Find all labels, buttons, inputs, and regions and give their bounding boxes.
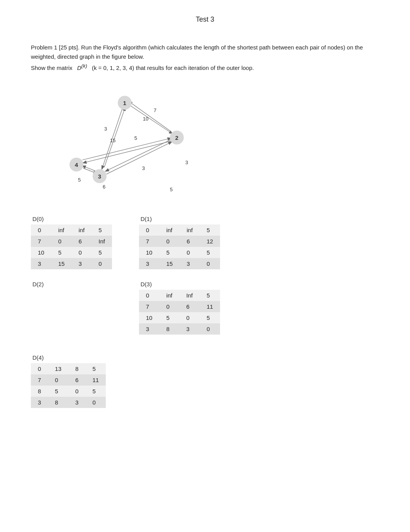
matrix-d0-table: 0infinf5706Inf1050531530 (31, 224, 112, 269)
matrix-cell: 6 (180, 236, 200, 247)
svg-line-0 (127, 104, 172, 134)
matrix-d4-table: 013857061185053830 (31, 363, 106, 408)
matrix-cell: 0 (180, 247, 200, 258)
matrix-cell: 0 (68, 386, 85, 397)
matrix-cell: inf (180, 224, 200, 236)
matrix-cell: 0 (200, 258, 220, 269)
page-title: Test 3 (0, 0, 410, 31)
edge-label-3-1: 15 (110, 138, 115, 143)
problem-statement: Problem 1 [25 pts]. Run the Floyd's algo… (31, 43, 379, 61)
matrix-cell: inf (159, 290, 180, 301)
svg-line-1 (129, 102, 171, 132)
matrix-d4-label: D(4) (32, 354, 116, 361)
matrix-cell: 5 (51, 247, 72, 258)
matrix-cell: 3 (139, 323, 159, 335)
node-2: 2 (170, 131, 184, 144)
matrix-cell: 0 (139, 290, 159, 301)
matrix-cell: 5 (91, 247, 112, 258)
matrix-cell: inf (51, 224, 72, 236)
matrix-d1-table: 0infinf5706121050531530 (139, 224, 220, 269)
node-1: 1 (118, 96, 132, 110)
matrix-cell: 5 (85, 386, 106, 397)
matrix-cell: 0 (31, 224, 51, 236)
matrix-cell: 5 (200, 247, 220, 258)
matrix-cell: 6 (180, 301, 200, 312)
matrix-cell: 5 (200, 290, 220, 301)
matrix-cell: 0 (48, 374, 68, 386)
matrix-d0: D(0) 0infinf5706Inf1050531530 (31, 216, 116, 269)
matrix-cell: 0 (159, 301, 180, 312)
matrix-cell: 10 (139, 247, 159, 258)
formula-D: D(k) (77, 62, 87, 73)
matrix-cell: Inf (91, 236, 112, 247)
matrix-cell: 6 (68, 374, 85, 386)
matrix-cell: 0 (139, 224, 159, 236)
matrix-cell: 10 (31, 247, 51, 258)
matrix-d3-label: D(3) (141, 281, 224, 287)
svg-line-5 (107, 142, 172, 174)
matrix-cell: 0 (31, 363, 48, 374)
matrix-cell: 7 (139, 301, 159, 312)
matrix-cell: 3 (180, 323, 200, 335)
matrix-cell: 5 (91, 224, 112, 236)
edge-label-2-3: 5 (134, 135, 137, 141)
edge-label-1-3: 3 (104, 126, 107, 132)
matrix-d0-label: D(0) (32, 216, 116, 222)
matrix-cell: 0 (71, 247, 91, 258)
matrix-cell: 11 (200, 301, 220, 312)
matrix-cell: 8 (48, 397, 68, 408)
matrices-section: D(0) 0infinf5706Inf1050531530 D(1) 0infi… (31, 216, 379, 408)
matrix-cell: 5 (85, 363, 106, 374)
edge-label-4-3: 6 (103, 184, 105, 190)
matrix-d3: D(3) 0infInf570611105053830 (139, 281, 224, 343)
matrix-cell: 8 (68, 363, 85, 374)
matrix-cell: 5 (48, 386, 68, 397)
matrix-cell: 13 (48, 363, 68, 374)
matrix-row-d4: D(4) 013857061185053830 (31, 354, 379, 408)
matrix-cell: 3 (68, 397, 85, 408)
matrix-cell: 10 (139, 312, 159, 323)
matrix-cell: 0 (51, 236, 72, 247)
matrix-cell: 3 (139, 258, 159, 269)
matrix-d3-table: 0infInf570611105053830 (139, 290, 220, 335)
matrix-d1: D(1) 0infinf5706121050531530 (139, 216, 224, 269)
matrix-cell: 5 (159, 247, 180, 258)
edge-label-3-4: 5 (78, 177, 81, 183)
svg-line-9 (83, 140, 174, 163)
matrix-cell: 12 (200, 236, 220, 247)
matrix-cell: 5 (159, 312, 180, 323)
svg-line-4 (106, 140, 171, 171)
matrix-d2-label: D(2) (32, 281, 116, 287)
show-matrix-text: Show the matrix (31, 63, 73, 73)
edge-label-2-1: 10 (143, 116, 148, 122)
matrix-cell: 11 (85, 374, 106, 386)
matrix-row-d0-d1: D(0) 0infinf5706Inf1050531530 D(1) 0infi… (31, 216, 379, 269)
matrix-cell: 5 (200, 312, 220, 323)
matrix-cell: inf (71, 224, 91, 236)
matrix-cell: 7 (139, 236, 159, 247)
matrix-d1-label: D(1) (141, 216, 224, 222)
edge-label-2-4: 3 (185, 160, 188, 165)
formula-range: (k = 0, 1, 2, 3, 4) that results for eac… (92, 63, 254, 73)
matrix-cell: Inf (180, 290, 200, 301)
node-4: 4 (69, 158, 83, 172)
problem-text: Problem 1 [25 pts]. Run the Floyd's algo… (31, 43, 379, 73)
edge-label-3-2: 3 (142, 165, 145, 171)
matrix-cell: 15 (159, 258, 180, 269)
matrix-cell: 8 (31, 386, 48, 397)
matrix-d4: D(4) 013857061185053830 (31, 354, 116, 408)
matrix-cell: 0 (180, 312, 200, 323)
matrix-cell: 5 (200, 224, 220, 236)
matrix-cell: 0 (159, 236, 180, 247)
graph-area: 1 2 3 4 7 10 3 15 5 3 5 6 5 3 (46, 84, 208, 208)
matrix-cell: 3 (180, 258, 200, 269)
edge-label-4-2: 5 (170, 187, 173, 192)
edge-label-1-2: 7 (154, 107, 156, 113)
matrix-cell: 3 (31, 397, 48, 408)
matrix-cell: 0 (85, 397, 106, 408)
matrix-cell: 3 (71, 258, 91, 269)
matrix-cell: 7 (31, 236, 51, 247)
matrix-cell: 8 (159, 323, 180, 335)
matrix-cell: 0 (200, 323, 220, 335)
matrix-cell: 6 (71, 236, 91, 247)
